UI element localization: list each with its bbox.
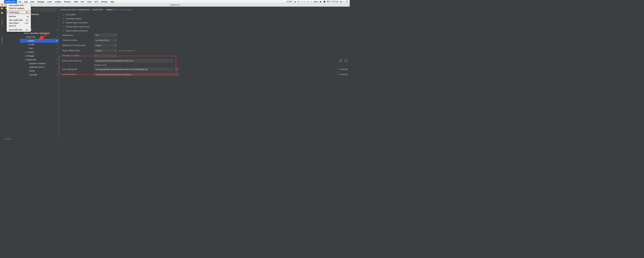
menu-preferences[interactable]: Preferences...⌘, bbox=[8, 11, 30, 14]
tree-build-tools[interactable]: ▼Build Tools⊞ bbox=[20, 35, 59, 39]
input-threads[interactable] bbox=[94, 54, 117, 58]
label-multiproject-fail: Multiproject build fail policy: bbox=[62, 45, 92, 47]
structure-icon[interactable]: ⑂ bbox=[0, 46, 4, 49]
check-plugin-registry[interactable]: Use plugin registry bbox=[62, 17, 348, 21]
wifi-icon[interactable]: ⨉ bbox=[310, 1, 312, 3]
spotlight-icon[interactable]: ⌕ bbox=[343, 1, 344, 3]
user-settings-browse-button[interactable]: … bbox=[175, 68, 178, 71]
menu-help[interactable]: Help bbox=[109, 0, 116, 3]
tree-deployment[interactable]: ▶Deployment⊞ bbox=[20, 58, 59, 62]
label-threads: Threads (-T option): bbox=[62, 55, 92, 57]
override-user-settings[interactable]: Override bbox=[338, 68, 348, 70]
status-icon: ㊥ bbox=[301, 1, 303, 3]
app-menu[interactable]: IntelliJ IDEA bbox=[4, 0, 17, 3]
structure-tool-button[interactable]: 7: Structure bbox=[0, 35, 4, 45]
tree-build-exec-deploy[interactable]: ▼Build, Execution, Deployment bbox=[20, 32, 59, 35]
menu-navigate[interactable]: Navigate bbox=[36, 0, 46, 3]
open-icon[interactable]: 📂 bbox=[0, 7, 4, 10]
select-checksum-policy[interactable]: No Global Policy▼ bbox=[94, 39, 117, 42]
menu-quit[interactable]: Quit IntelliJ IDEA⌘Q bbox=[7, 29, 31, 31]
notification-center-icon[interactable]: ☰ bbox=[346, 1, 348, 3]
tree-app-servers[interactable]: Application Servers bbox=[20, 65, 59, 69]
local-repo-browse-button[interactable]: … bbox=[175, 73, 178, 76]
menu-code[interactable]: Code bbox=[46, 0, 53, 3]
tree-coverage[interactable]: Coverage⊞ bbox=[20, 73, 59, 77]
preferences-content: Build, Execution, Deployment› Build Tool… bbox=[59, 7, 350, 140]
bluetooth-icon[interactable]: ≭ bbox=[308, 1, 309, 3]
menu-hide-others[interactable]: Hide Others⌥⌘H bbox=[7, 22, 31, 25]
project-tool-button[interactable]: 1: Project bbox=[0, 18, 4, 27]
input-maven-home[interactable] bbox=[94, 59, 174, 62]
maven-home-dropdown-button[interactable]: ▼ bbox=[339, 59, 342, 62]
label-maven-home: Maven home directory: bbox=[62, 60, 92, 62]
tree-arquillian[interactable]: Arquillian Containers⊞ bbox=[20, 62, 59, 65]
terminal-tool-button[interactable]: Terminal bbox=[4, 138, 11, 140]
airplay-icon[interactable]: ⎚ bbox=[304, 1, 306, 3]
check-execute-recursively[interactable]: Execute goals recursively bbox=[62, 21, 348, 25]
menu-tools[interactable]: Tools bbox=[86, 0, 93, 3]
status-icon: ⓿ bbox=[324, 1, 325, 3]
input-user-settings[interactable] bbox=[94, 68, 174, 71]
battery-percent: 100% bbox=[314, 1, 318, 3]
siri-icon[interactable]: ◐ bbox=[340, 1, 342, 3]
menu-run[interactable]: Run bbox=[79, 0, 86, 3]
tree-gradle[interactable]: ▶Gradle⊞ bbox=[20, 43, 59, 47]
app-menu-dropdown: About IntelliJ IDEA Check for Updates...… bbox=[6, 3, 31, 32]
label-local-repo: Local repository: bbox=[62, 73, 92, 76]
label-user-settings: User settings file: bbox=[62, 68, 92, 71]
menu-window[interactable]: Window bbox=[100, 0, 109, 3]
clock: 周三 下午7:24 bbox=[327, 1, 338, 3]
select-plugin-update[interactable]: Default▼ bbox=[94, 49, 117, 52]
tool-window-bar: 📂 📁 1: Project 7: Structure ⑂ bbox=[0, 7, 4, 140]
breadcrumb: Build, Execution, Deployment› Build Tool… bbox=[61, 8, 348, 11]
label-plugin-update: Plugin update policy: bbox=[62, 49, 92, 52]
battery-icon: ▮▯ bbox=[320, 1, 322, 3]
menu-refactor[interactable]: Refactor bbox=[62, 0, 72, 3]
menu-view[interactable]: View bbox=[29, 0, 36, 3]
input-local-repo[interactable] bbox=[94, 73, 174, 76]
menu-hide[interactable]: Hide IntelliJ IDEA⌘H bbox=[7, 19, 31, 22]
select-output-level[interactable]: Info▼ bbox=[94, 34, 117, 37]
maven-home-browse-button[interactable]: … bbox=[344, 59, 348, 62]
label-checksum-policy: Checksum policy: bbox=[62, 39, 92, 42]
menu-vcs[interactable]: VCS bbox=[93, 0, 100, 3]
input-method-status: 1119字 bbox=[286, 1, 292, 3]
tree-clouds[interactable]: Clouds bbox=[20, 69, 59, 73]
menu-check-updates[interactable]: Check for Updates... bbox=[7, 7, 31, 10]
check-always-update-snapshots[interactable]: Always update snapshots bbox=[62, 29, 348, 33]
menu-build[interactable]: Build bbox=[72, 0, 79, 3]
status-icon: ☻ bbox=[294, 1, 296, 3]
check-work-offline[interactable]: Work offline bbox=[62, 13, 348, 17]
menu-analyze[interactable]: Analyze bbox=[53, 0, 62, 3]
preferences-window-titlebar: Preferences bbox=[0, 3, 350, 7]
tree-compiler[interactable]: ▶Compiler⊞ bbox=[20, 50, 59, 54]
menu-about[interactable]: About IntelliJ IDEA bbox=[7, 4, 31, 7]
mac-menubar: IntelliJ IDEA File Edit View Navigate Co… bbox=[0, 0, 350, 3]
check-print-exception[interactable]: Print exception stack traces bbox=[62, 25, 348, 29]
menu-show-all[interactable]: Show All bbox=[7, 25, 31, 27]
tree-maven[interactable]: ▶Maven⊞ bbox=[20, 39, 59, 43]
plugin-update-note: ignored by Maven 3+ bbox=[119, 50, 136, 52]
status-icon: ◎ bbox=[298, 1, 299, 3]
folder-icon[interactable]: 📁 bbox=[0, 11, 4, 15]
tree-gant[interactable]: Gant⊞ bbox=[20, 47, 59, 50]
menu-edit[interactable]: Edit bbox=[23, 0, 29, 3]
tree-debugger[interactable]: ▶Debugger bbox=[20, 54, 59, 58]
menu-file[interactable]: File bbox=[17, 0, 23, 3]
select-multiproject-fail[interactable]: Default▼ bbox=[94, 44, 117, 47]
window-title: Preferences bbox=[0, 3, 350, 7]
label-output-level: Output level: bbox=[62, 34, 92, 36]
menu-services[interactable]: Services▶ bbox=[7, 15, 31, 18]
override-local-repo[interactable]: Override bbox=[338, 73, 348, 75]
preferences-search-input[interactable] bbox=[31, 8, 57, 12]
maven-version-text: (Version: 3.6.3) bbox=[94, 64, 106, 66]
